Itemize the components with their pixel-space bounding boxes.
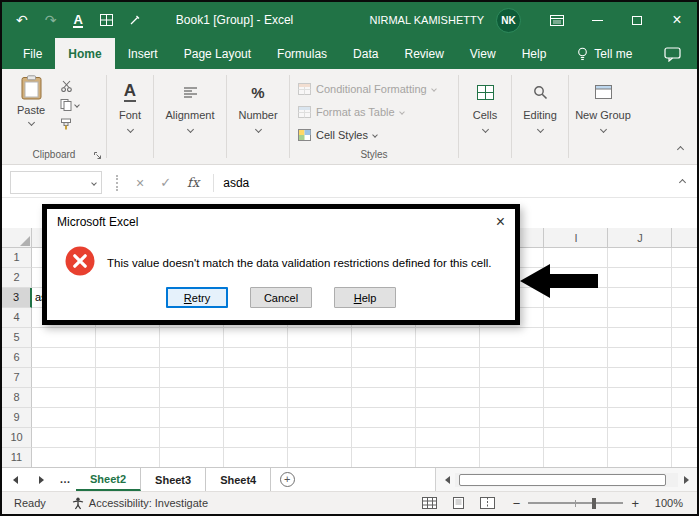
zoom-in-button[interactable]: +	[631, 496, 639, 511]
font-group-button[interactable]: A Font	[107, 69, 153, 164]
row-header[interactable]: 6	[2, 348, 32, 368]
cancel-entry-icon[interactable]: ×	[136, 176, 144, 190]
zoom-slider[interactable]	[528, 496, 623, 510]
row-header[interactable]: 11	[2, 448, 32, 467]
tell-me[interactable]: Tell me	[577, 38, 632, 69]
zoom-level[interactable]: 100%	[649, 497, 683, 509]
tab-page-layout[interactable]: Page Layout	[171, 38, 264, 69]
sheet-nav-left-icon[interactable]	[2, 468, 28, 491]
collapse-ribbon-button[interactable]	[678, 141, 683, 155]
alignment-group-button[interactable]: Alignment	[154, 69, 226, 164]
clipboard-dialog-launcher-icon[interactable]	[93, 151, 102, 160]
new-sheet-button[interactable]: +	[271, 468, 303, 491]
column-header-j[interactable]: J	[608, 228, 672, 248]
normal-view-icon[interactable]	[422, 497, 437, 509]
tab-home[interactable]: Home	[55, 38, 114, 69]
scrollbar-track[interactable]	[455, 473, 678, 487]
formula-bar: × ✓ fx asda	[2, 168, 697, 198]
cancel-button[interactable]: Cancel	[250, 287, 312, 308]
dialog-body: This value doesn't match the data valida…	[47, 234, 515, 320]
borders-icon[interactable]	[100, 14, 113, 26]
row-header-selected[interactable]: 3	[2, 288, 32, 308]
minimize-button[interactable]	[577, 2, 617, 38]
formula-input[interactable]: asda	[214, 176, 680, 190]
number-group-button[interactable]: % Number	[227, 69, 289, 164]
row-header[interactable]: 7	[2, 368, 32, 388]
tab-review[interactable]: Review	[391, 38, 456, 69]
accessibility-status[interactable]: Accessibility: Investigate	[89, 497, 208, 509]
scroll-left-icon[interactable]	[439, 476, 455, 484]
sheet-nav-right-icon[interactable]	[28, 468, 54, 491]
redo-icon[interactable]: ↷	[45, 13, 57, 27]
sheet-tab-sheet2[interactable]: Sheet2	[76, 468, 141, 491]
quick-access-toolbar: ↶ ↷ A	[2, 13, 140, 28]
chevron-down-icon	[599, 126, 606, 133]
insert-function-icon[interactable]: fx	[187, 176, 199, 189]
cells-group-button[interactable]: Cells	[459, 69, 511, 164]
format-painter-button[interactable]	[60, 118, 79, 130]
styles-group: Conditional Formatting Format as Table C…	[290, 69, 458, 164]
annotation-arrow	[520, 263, 598, 299]
formula-bar-handle[interactable]	[116, 175, 118, 191]
pen-icon[interactable]	[130, 15, 140, 25]
row-header[interactable]: 10	[2, 428, 32, 448]
close-button[interactable]: ×	[657, 2, 697, 38]
enter-entry-icon[interactable]: ✓	[160, 176, 171, 189]
maximize-icon	[632, 16, 642, 25]
column-header-i[interactable]: I	[544, 228, 608, 248]
scroll-right-icon[interactable]	[678, 476, 694, 484]
name-box[interactable]	[10, 171, 102, 194]
copy-button[interactable]	[60, 99, 79, 111]
clipboard-icon	[21, 75, 42, 100]
cell-styles-button[interactable]: Cell Styles	[298, 123, 458, 146]
chevron-up-icon	[677, 146, 684, 153]
scrollbar-thumb[interactable]	[459, 474, 666, 486]
select-all-triangle-icon	[20, 236, 30, 246]
error-icon	[65, 246, 95, 276]
cell-styles-label: Cell Styles	[316, 129, 368, 141]
avatar[interactable]: NK	[496, 8, 521, 33]
underline-icon[interactable]: A	[73, 13, 82, 28]
help-button[interactable]: Help	[334, 287, 396, 308]
cut-button[interactable]	[60, 80, 79, 92]
zoom-out-button[interactable]: −	[513, 496, 521, 511]
editing-group-button[interactable]: Editing	[512, 69, 568, 164]
maximize-button[interactable]	[617, 2, 657, 38]
dialog-close-icon[interactable]: ×	[496, 214, 505, 230]
undo-icon[interactable]: ↶	[16, 13, 28, 27]
tab-formulas[interactable]: Formulas	[264, 38, 340, 69]
tab-file[interactable]: File	[10, 38, 55, 69]
row-header[interactable]: 1	[2, 248, 32, 268]
paste-button[interactable]: Paste	[10, 75, 52, 125]
tab-data[interactable]: Data	[340, 38, 391, 69]
select-all-corner[interactable]	[2, 228, 32, 248]
sheet-tab-sheet4[interactable]: Sheet4	[206, 468, 271, 491]
more-sheets-button[interactable]: …	[54, 468, 76, 491]
page-break-view-icon[interactable]	[480, 497, 495, 509]
tell-me-label: Tell me	[594, 47, 632, 61]
format-as-table-button[interactable]: Format as Table	[298, 100, 458, 123]
row-headers[interactable]: 1 2 3 4 5 6 7 8 9 10 11	[2, 248, 32, 467]
row-header[interactable]: 9	[2, 408, 32, 428]
retry-button[interactable]: Retry	[166, 287, 228, 308]
row-header[interactable]: 8	[2, 388, 32, 408]
new-group-button[interactable]: New Group	[569, 69, 637, 164]
tab-insert[interactable]: Insert	[115, 38, 171, 69]
sheet-tab-sheet3[interactable]: Sheet3	[141, 468, 206, 491]
zoom-slider-thumb[interactable]	[592, 498, 596, 509]
conditional-formatting-button[interactable]: Conditional Formatting	[298, 77, 458, 100]
chevron-down-icon	[481, 126, 488, 133]
ribbon-display-options-icon[interactable]	[537, 2, 577, 38]
row-header[interactable]: 5	[2, 328, 32, 348]
horizontal-scrollbar[interactable]	[435, 468, 697, 491]
dialog-title-bar[interactable]: Microsoft Excel ×	[47, 209, 515, 234]
tab-help[interactable]: Help	[509, 38, 560, 69]
comment-icon[interactable]	[664, 47, 681, 65]
page-layout-view-icon[interactable]	[451, 497, 466, 509]
accessibility-icon	[72, 497, 84, 510]
row-header[interactable]: 2	[2, 268, 32, 288]
tab-view[interactable]: View	[457, 38, 509, 69]
row-header[interactable]: 4	[2, 308, 32, 328]
font-group-label: Font	[119, 109, 141, 121]
formula-bar-expand-icon[interactable]	[679, 179, 686, 186]
